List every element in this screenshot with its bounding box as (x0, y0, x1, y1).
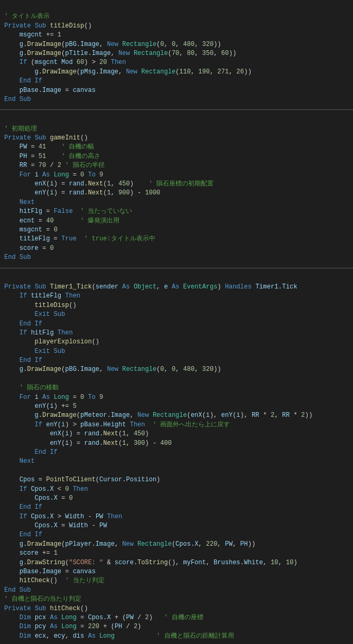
code-editor: ' タイトル表示 Private Sub titleDisp() msgcnt … (0, 0, 353, 107)
code-block-timer1tick: Private Sub Timer1_Tick(sender As Object… (0, 270, 353, 644)
code-block-gameinit: ' 初期処理 Private Sub gameInit() PW = 41 ' … (0, 112, 353, 265)
comment-title-disp: ' タイトル表示 (4, 13, 50, 20)
